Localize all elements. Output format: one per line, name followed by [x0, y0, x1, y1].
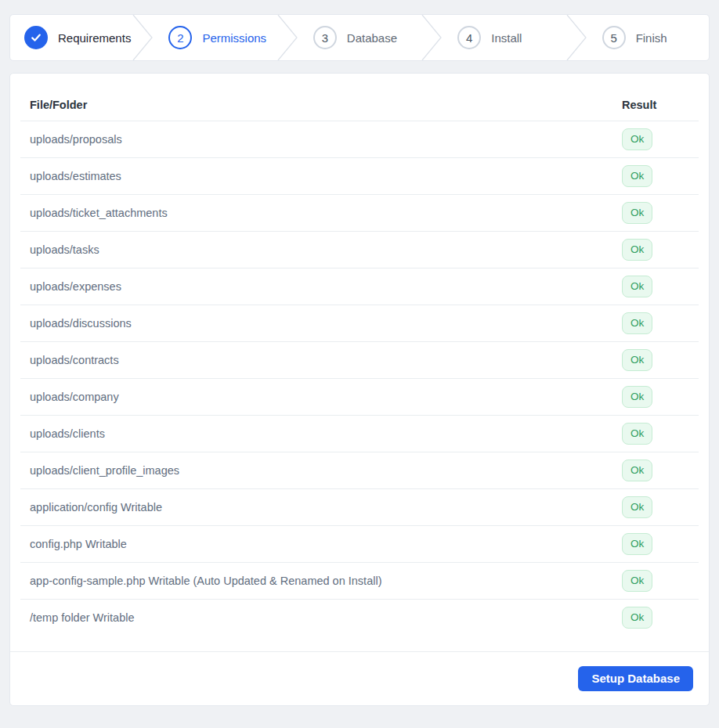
status-badge: Ok — [622, 276, 652, 297]
file-folder-cell: /temp folder Writable — [20, 600, 612, 636]
column-header-file-folder: File/Folder — [20, 89, 612, 121]
table-row: uploads/clients Ok — [20, 416, 699, 452]
check-circle-icon — [24, 26, 48, 49]
table-row: uploads/estimates Ok — [20, 158, 699, 195]
step-install[interactable]: 4 Install — [443, 15, 564, 60]
step-permissions[interactable]: 2 Permissions — [154, 15, 275, 60]
step-label: Finish — [636, 31, 667, 45]
step-number-circle: 2 — [168, 26, 192, 49]
status-badge: Ok — [622, 533, 652, 555]
table-row: config.php Writable Ok — [20, 526, 699, 563]
step-label: Install — [491, 31, 522, 45]
status-badge: Ok — [622, 239, 652, 261]
chevron-separator-icon — [565, 15, 588, 60]
file-folder-cell: uploads/client_profile_images — [20, 452, 612, 489]
wizard-stepper: Requirements 2 Permissions 3 Database 4 … — [9, 14, 710, 61]
table-row: uploads/client_profile_images Ok — [20, 452, 699, 489]
setup-database-button[interactable]: Setup Database — [578, 666, 693, 691]
table-row: /temp folder Writable Ok — [20, 600, 699, 636]
step-label: Permissions — [202, 31, 266, 45]
status-badge: Ok — [622, 165, 652, 187]
file-folder-cell: uploads/estimates — [20, 158, 612, 195]
status-badge: Ok — [622, 349, 652, 371]
status-badge: Ok — [622, 460, 652, 481]
status-badge: Ok — [622, 607, 652, 629]
table-row: uploads/contracts Ok — [20, 342, 699, 379]
chevron-separator-icon — [131, 15, 154, 60]
permissions-table: File/Folder Result uploads/proposals Ok … — [20, 89, 699, 636]
file-folder-cell: uploads/expenses — [20, 268, 612, 305]
permissions-card-body: File/Folder Result uploads/proposals Ok … — [10, 74, 709, 651]
status-badge: Ok — [622, 128, 652, 150]
status-badge: Ok — [622, 202, 652, 224]
table-row: uploads/tasks Ok — [20, 232, 699, 268]
status-badge: Ok — [622, 570, 652, 592]
file-folder-cell: application/config Writable — [20, 489, 612, 526]
table-row: uploads/ticket_attachments Ok — [20, 195, 699, 232]
file-folder-cell: uploads/proposals — [20, 121, 612, 158]
file-folder-cell: uploads/clients — [20, 416, 612, 452]
column-header-result: Result — [612, 89, 699, 121]
step-database[interactable]: 3 Database — [299, 15, 420, 60]
file-folder-cell: uploads/contracts — [20, 342, 612, 379]
step-requirements[interactable]: Requirements — [10, 15, 131, 60]
step-number-circle: 5 — [602, 26, 626, 49]
card-footer: Setup Database — [10, 651, 709, 705]
table-row: uploads/expenses Ok — [20, 268, 699, 305]
table-row: application/config Writable Ok — [20, 489, 699, 526]
file-folder-cell: app-config-sample.php Writable (Auto Upd… — [20, 563, 612, 600]
step-label: Requirements — [58, 31, 131, 45]
step-number-circle: 3 — [313, 26, 337, 49]
status-badge: Ok — [622, 496, 652, 518]
file-folder-cell: uploads/discussions — [20, 305, 612, 342]
table-row: uploads/proposals Ok — [20, 121, 699, 158]
table-row: uploads/company Ok — [20, 379, 699, 416]
table-header-row: File/Folder Result — [20, 89, 699, 121]
file-folder-cell: config.php Writable — [20, 526, 612, 563]
status-badge: Ok — [622, 386, 652, 408]
status-badge: Ok — [622, 423, 652, 445]
table-row: app-config-sample.php Writable (Auto Upd… — [20, 563, 699, 600]
file-folder-cell: uploads/tasks — [20, 232, 612, 268]
status-badge: Ok — [622, 312, 652, 334]
step-number-circle: 4 — [457, 26, 481, 49]
table-row: uploads/discussions Ok — [20, 305, 699, 342]
permissions-card: File/Folder Result uploads/proposals Ok … — [9, 73, 710, 706]
step-finish[interactable]: 5 Finish — [588, 15, 709, 60]
file-folder-cell: uploads/ticket_attachments — [20, 195, 612, 232]
step-label: Database — [347, 31, 397, 45]
file-folder-cell: uploads/company — [20, 379, 612, 416]
chevron-separator-icon — [420, 15, 443, 60]
chevron-separator-icon — [276, 15, 299, 60]
